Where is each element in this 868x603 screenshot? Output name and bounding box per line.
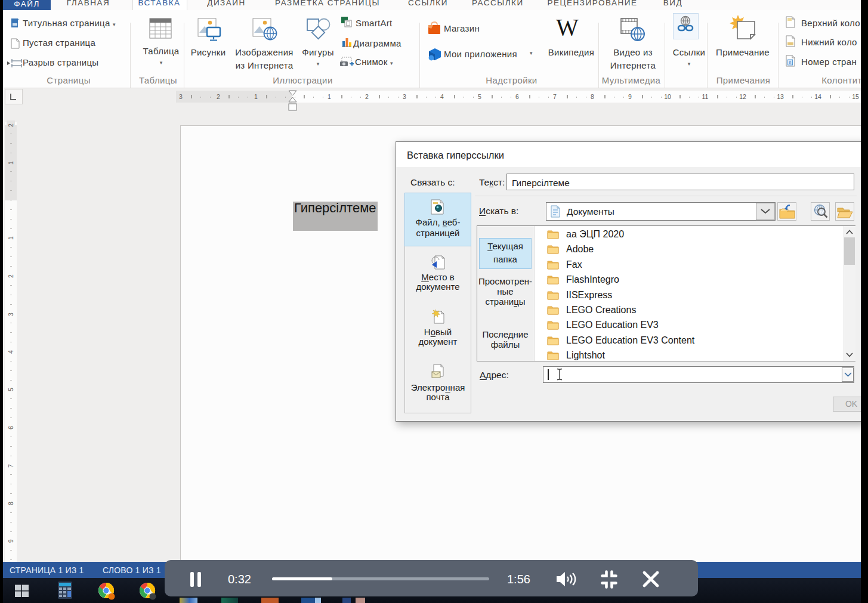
svg-text:п: п xyxy=(789,60,792,64)
